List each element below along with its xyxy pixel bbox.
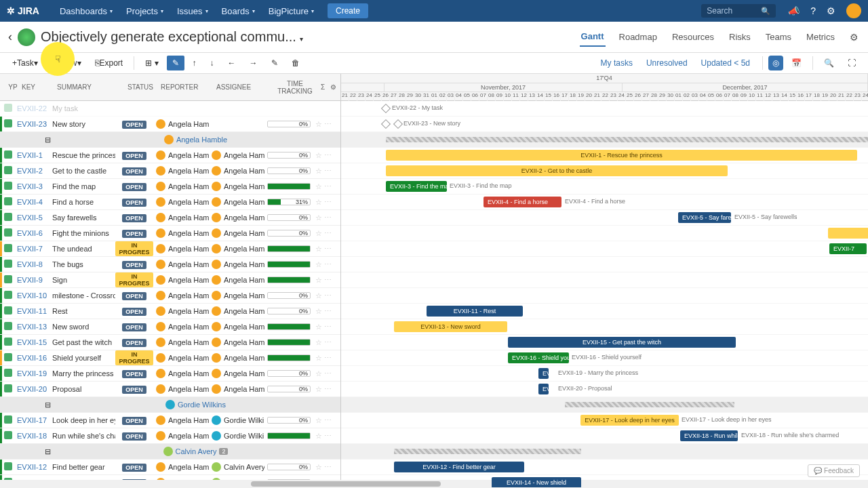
nav-boards[interactable]: Boards ▾	[215, 6, 262, 16]
task-row[interactable]: EVXII-6Fight the minionsOPENAngela Hambl…	[0, 226, 340, 241]
add-task-button[interactable]: + Task ▾	[7, 56, 43, 70]
tab-metrics[interactable]: Metrics	[805, 28, 836, 46]
gantt-bar[interactable]: EVXII-4 - Find a horse	[484, 197, 561, 207]
task-row[interactable]: EVXII-13New swordOPENAngela HambleAngela…	[0, 319, 340, 335]
gantt-bar[interactable]: EVXII-18 - Run while sh	[680, 430, 738, 441]
fullscreen-icon[interactable]: ⛶	[842, 56, 861, 70]
grid-header: YP KEY SUMMARY STATUS REPORTER ASSIGNEE …	[0, 74, 340, 101]
toolbar: + Task ▾ 👁 View ▾ ⎘ Export ⊞ ▾ ✎ ↑ ↓ ← →…	[0, 53, 868, 74]
horizontal-scrollbar[interactable]	[0, 480, 868, 488]
logo[interactable]: ✲JIRA	[7, 5, 39, 16]
gantt-bar[interactable]	[828, 228, 868, 239]
edit-mode[interactable]: ✎	[167, 56, 184, 70]
task-row[interactable]: EVXII-18Run while she's charmedOPENAngel…	[0, 428, 340, 444]
gantt-bar[interactable]: EVXII-12 - Find better gear	[394, 462, 524, 472]
nav-dashboards[interactable]: Dashboards ▾	[53, 6, 119, 16]
gantt-chart[interactable]: 17'Q4 November, 2017December, 2017 21222…	[341, 74, 868, 487]
feedback-button[interactable]: 💬 Feedback	[808, 464, 860, 477]
task-row[interactable]: EVXII-23New storyOPENAngela Hamble0%☆ ⋯	[0, 117, 340, 132]
search-icon: 🔍	[761, 7, 770, 16]
left-arrow-icon[interactable]: ←	[222, 56, 241, 70]
nav-bigpicture[interactable]: BigPicture ▾	[262, 6, 321, 16]
gantt-bar[interactable]: EVXII-17 - Look deep in her eyes	[580, 415, 679, 426]
task-grid: YP KEY SUMMARY STATUS REPORTER ASSIGNEE …	[0, 74, 341, 487]
task-row[interactable]: EVXII-2Get to the castleOPENAngela Hambl…	[0, 163, 340, 179]
search-box[interactable]: 🔍	[701, 4, 776, 18]
task-row[interactable]: EVXII-8The bugsOPENAngela HambleAngela H…	[0, 257, 340, 272]
calendar-icon[interactable]: 📅	[786, 56, 807, 70]
task-row[interactable]: EVXII-5Say farewellsOPENAngela HambleAng…	[0, 210, 340, 226]
tab-resources[interactable]: Resources	[671, 28, 715, 46]
user-avatar[interactable]	[846, 3, 861, 18]
search-input[interactable]	[707, 6, 761, 16]
search-toolbar-icon[interactable]: 🔍	[818, 56, 840, 70]
notifications-icon[interactable]: 📣	[783, 5, 805, 16]
edit-icon[interactable]: ✎	[266, 56, 283, 70]
up-arrow-icon[interactable]: ↑	[187, 56, 202, 70]
project-tabs: GanttRoadmapResourcesRisksTeamsMetrics⚙	[580, 27, 860, 47]
filter-link[interactable]: Updated < 5d	[694, 56, 757, 70]
tab-gantt[interactable]: Gantt	[580, 27, 606, 47]
gantt-bar[interactable]: EVXII-1 - Rescue the princess	[386, 150, 857, 161]
task-row[interactable]: EVXII-7The undeadIN PROGRESAngela Hamble…	[0, 241, 340, 257]
task-row[interactable]: EVXII-17Look deep in her eyesOPENAngela …	[0, 413, 340, 428]
group-row[interactable]: ⊟Calvin Avery 2	[0, 444, 340, 460]
gantt-bar[interactable]: EVXII-2 - Get to the castle	[386, 165, 728, 176]
task-row[interactable]: EVXII-3Find the mapOPENAngela HambleAnge…	[0, 179, 340, 195]
group-row[interactable]: ⊟Angela Hamble	[0, 132, 340, 148]
delete-icon[interactable]: 🗑	[286, 56, 305, 70]
task-row[interactable]: EVXII-12Find better gearOPENAngela Hambl…	[0, 460, 340, 475]
gantt-bar[interactable]: EVXII-5 - Say farew	[678, 212, 731, 223]
gantt-bar[interactable]: EVXII-11 - Rest	[427, 306, 523, 317]
task-row[interactable]: EVXII-15Get past the witchOPENAngela Ham…	[0, 335, 340, 350]
task-row[interactable]: EVXII-1Rescue the princessOPENAngela Ham…	[0, 148, 340, 163]
help-icon[interactable]: ?	[805, 5, 821, 16]
gantt-bar[interactable]: EV	[538, 368, 549, 379]
project-icon	[18, 28, 35, 46]
create-button[interactable]: Create	[328, 3, 368, 18]
nav-projects[interactable]: Projects ▾	[119, 6, 170, 16]
tab-teams[interactable]: Teams	[764, 28, 793, 46]
task-row[interactable]: EVXII-4Find a horseOPENAngela HambleAnge…	[0, 195, 340, 210]
gantt-bar[interactable]: EVXII-3 - Find the map	[386, 181, 447, 192]
task-row[interactable]: EVXII-10milestone - CrossroadsOPENAngela…	[0, 288, 340, 304]
layout-options[interactable]: ⊞ ▾	[140, 56, 163, 70]
back-arrow[interactable]: ‹	[8, 30, 12, 44]
settings-tab[interactable]: ⚙	[848, 28, 860, 47]
project-header: ‹ Objectively generate exceptional commu…	[0, 22, 868, 53]
cursor-highlight: ☟	[41, 42, 75, 76]
nav-issues[interactable]: Issues ▾	[170, 6, 215, 16]
group-row[interactable]: ⊟Gordie Wilkins	[0, 397, 340, 413]
settings-icon[interactable]: ⚙	[821, 5, 841, 16]
task-row[interactable]: EVXII-19Marry the princessOPENAngela Ham…	[0, 366, 340, 382]
gantt-bar[interactable]: EV	[538, 384, 549, 394]
tab-risks[interactable]: Risks	[728, 28, 752, 46]
down-arrow-icon[interactable]: ↓	[205, 56, 220, 70]
gantt-bar[interactable]: EVXII-16 - Shield yours	[508, 352, 569, 363]
filter-link[interactable]: My tasks	[594, 56, 639, 70]
task-row[interactable]: EVXII-20ProposalOPENAngela HambleAngela …	[0, 382, 340, 397]
target-icon[interactable]: ◎	[768, 56, 783, 70]
project-title[interactable]: Objectively generate exceptional commu..…	[41, 29, 303, 45]
gantt-bar[interactable]: EVXII-7	[829, 243, 867, 254]
filter-link[interactable]: Unresolved	[639, 56, 694, 70]
task-row[interactable]: EVXII-11RestOPENAngela HambleAngela Hamb…	[0, 304, 340, 319]
tab-roadmap[interactable]: Roadmap	[618, 28, 658, 46]
gantt-bar[interactable]: EVXII-13 - New sword	[394, 321, 507, 332]
task-row[interactable]: EVXII-9SignIN PROGRESAngela HambleAngela…	[0, 272, 340, 288]
task-row[interactable]: EVXII-16Shield yourselfIN PROGRESAngela …	[0, 350, 340, 366]
right-arrow-icon[interactable]: →	[244, 56, 263, 70]
gantt-bar[interactable]: EVXII-14 - New shield	[492, 477, 581, 487]
export-button[interactable]: ⎘ Export	[90, 56, 129, 70]
top-nav: ✲JIRA Dashboards ▾Projects ▾Issues ▾Boar…	[0, 0, 868, 22]
gantt-bar[interactable]: EVXII-15 - Get past the witch	[508, 337, 736, 348]
